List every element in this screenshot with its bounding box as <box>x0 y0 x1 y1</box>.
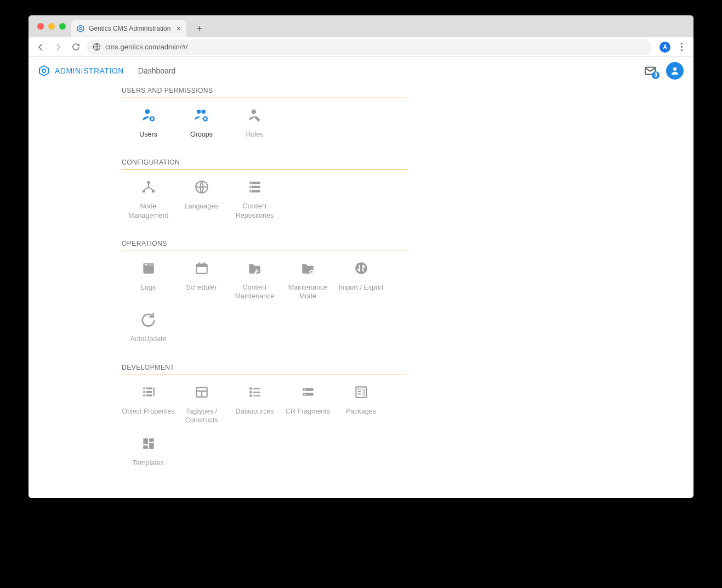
url-text: cms.gentics.com/admin/#/ <box>105 43 187 51</box>
nav-back-button[interactable] <box>34 41 47 54</box>
tile-scheduler[interactable]: Scheduler <box>175 259 228 301</box>
tile-label: Scheduler <box>186 283 217 292</box>
tile-tagtypes-constructs[interactable]: Tagtypes / Constructs <box>175 383 228 425</box>
section-tiles-development: Object PropertiesTagtypes / ConstructsDa… <box>122 375 407 478</box>
browser-tab-strip: Gentics CMS Administration U × + <box>29 15 693 37</box>
package-icon <box>354 383 369 402</box>
tile-roles[interactable]: Roles <box>228 106 281 139</box>
folder-gear-icon <box>300 259 316 278</box>
tile-label: Templates <box>133 459 164 467</box>
section-tiles-users-and-permissions: UsersGroupsRoles <box>122 98 407 149</box>
browser-toolbar: cms.gentics.com/admin/#/ A <box>29 37 693 57</box>
user-gear-icon <box>141 106 156 125</box>
brand-label: ADMINISTRATION <box>55 66 124 75</box>
browser-profile-button[interactable]: A <box>660 42 670 53</box>
section-tiles-configuration: Node ManagementLanguagesContent Reposito… <box>122 170 407 230</box>
breadcrumb: Dashboard <box>138 66 176 75</box>
dashboard-grid: USERS AND PERMISSIONSUsersGroupsRolesCON… <box>122 87 407 494</box>
tile-label: Roles <box>246 130 264 139</box>
tile-label: Maintenance Mode <box>281 283 334 301</box>
window-zoom-icon[interactable] <box>59 23 66 30</box>
calendar-icon <box>194 259 209 278</box>
tile-groups[interactable]: Groups <box>175 106 228 139</box>
web-grid-icon <box>194 383 209 402</box>
tile-templates[interactable]: Templates <box>122 434 175 467</box>
section-title-configuration: CONFIGURATION <box>122 159 407 170</box>
tile-maintenance-mode[interactable]: Maintenance Mode <box>281 259 334 301</box>
tile-node-management[interactable]: Node Management <box>122 178 175 220</box>
tile-label: Languages <box>185 202 219 211</box>
profile-initial: A <box>663 44 667 50</box>
tile-object-properties[interactable]: Object Properties <box>122 383 175 425</box>
inbox-button[interactable]: 3 <box>643 64 657 78</box>
tab-close-icon[interactable]: × <box>177 25 181 32</box>
tile-packages[interactable]: Packages <box>334 383 388 425</box>
globe-icon <box>194 178 209 196</box>
tile-content-maintenance[interactable]: Content Maintenance <box>228 259 281 301</box>
tile-label: Groups <box>190 130 213 139</box>
window-controls[interactable] <box>34 15 71 37</box>
node-icon <box>141 178 156 196</box>
tile-content-repositories[interactable]: Content Repositories <box>228 178 281 220</box>
user-avatar-button[interactable] <box>666 62 684 80</box>
section-tiles-operations: LogsSchedulerContent MaintenanceMaintena… <box>122 251 407 354</box>
tile-label: Content Repositories <box>228 202 281 220</box>
tile-label: Packages <box>346 407 376 416</box>
url-bar[interactable]: cms.gentics.com/admin/#/ <box>87 39 652 55</box>
swap-circle-icon <box>354 259 369 278</box>
tile-label: Import / Export <box>339 283 384 292</box>
tile-label: Users <box>139 130 157 139</box>
rows-icon <box>300 383 316 402</box>
folder-wrench-icon <box>247 259 263 278</box>
web-icon <box>141 259 156 278</box>
list-split-icon <box>141 383 156 402</box>
new-tab-button[interactable]: + <box>192 21 207 36</box>
tile-label: Node Management <box>122 202 175 220</box>
inbox-badge: 3 <box>652 71 660 79</box>
storage-icon <box>247 178 263 196</box>
tile-logs[interactable]: Logs <box>122 259 175 301</box>
tile-label: AutoUpdate <box>130 335 166 343</box>
tile-label: CR Fragments <box>286 407 330 416</box>
tile-label: Content Maintenance <box>228 283 281 301</box>
dashboard-icon <box>141 434 156 453</box>
tab-favicon-icon <box>77 25 84 32</box>
nav-reload-button[interactable] <box>69 41 82 54</box>
tile-label: Tagtypes / Constructs <box>175 407 228 425</box>
site-info-icon[interactable] <box>92 43 101 52</box>
nav-forward-button[interactable] <box>52 41 65 54</box>
tile-datasources[interactable]: Datasources <box>228 383 281 425</box>
tile-autoupdate[interactable]: AutoUpdate <box>122 310 175 343</box>
refresh-icon <box>141 310 156 329</box>
app-brand[interactable]: ADMINISTRATION <box>38 65 124 76</box>
section-title-development: DEVELOPMENT <box>122 364 407 375</box>
tile-label: Logs <box>141 283 156 292</box>
users-gear-icon <box>194 106 209 125</box>
window-close-icon[interactable] <box>37 23 44 30</box>
section-title-users-and-permissions: USERS AND PERMISSIONS <box>122 87 407 98</box>
app-header: ADMINISTRATION Dashboard 3 <box>29 57 693 84</box>
tile-users[interactable]: Users <box>122 106 175 139</box>
window-minimize-icon[interactable] <box>48 23 55 30</box>
tile-label: Object Properties <box>122 407 175 416</box>
list-icon <box>247 383 263 402</box>
tile-import-export[interactable]: Import / Export <box>334 259 388 301</box>
browser-tab[interactable]: Gentics CMS Administration U × <box>71 20 186 37</box>
tile-cr-fragments[interactable]: CR Fragments <box>281 383 334 425</box>
browser-menu-button[interactable] <box>675 43 688 51</box>
brand-logo-icon <box>38 65 49 76</box>
tab-title: Gentics CMS Administration U <box>89 25 172 32</box>
browser-window: Gentics CMS Administration U × + cms.gen… <box>29 15 693 498</box>
tile-languages[interactable]: Languages <box>175 178 228 220</box>
app-viewport: ADMINISTRATION Dashboard 3 USERS AND PER… <box>29 57 693 498</box>
user-tag-icon <box>247 106 263 125</box>
section-title-operations: OPERATIONS <box>122 240 407 251</box>
tile-label: Datasources <box>235 407 274 416</box>
